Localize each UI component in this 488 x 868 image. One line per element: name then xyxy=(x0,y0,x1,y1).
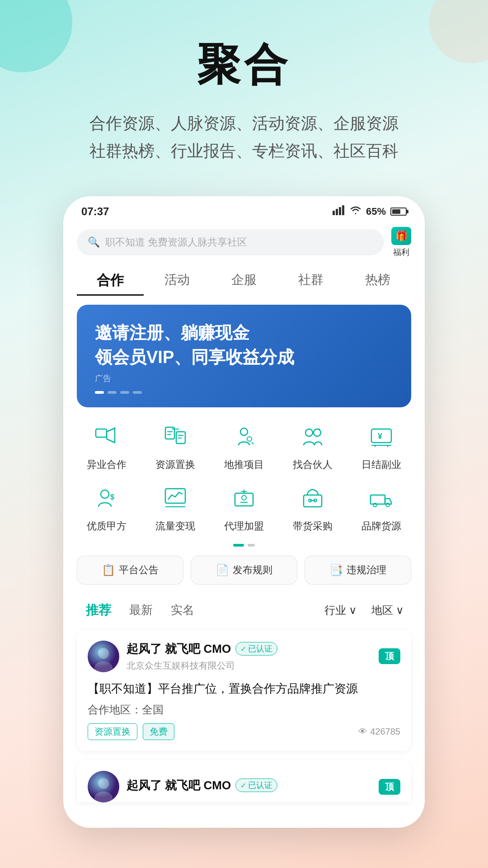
verified-badge: ✓ 已认证 xyxy=(235,642,277,656)
filter-verified[interactable]: 实名 xyxy=(162,599,203,622)
eye-icon: 👁 xyxy=(358,726,367,737)
governance-btn[interactable]: 📑 违规治理 xyxy=(305,556,411,585)
phone-mockup: 07:37 65% xyxy=(63,196,425,828)
platform-notice-btn[interactable]: 📋 平台公告 xyxy=(77,556,183,585)
banner-dot-1 xyxy=(95,391,104,394)
search-bar-row: 🔍 职不知道 免费资源人脉共享社区 🎁 福利 xyxy=(63,222,425,262)
view-number: 426785 xyxy=(370,726,400,737)
filter-industry-label: 行业 xyxy=(324,603,346,618)
icon-label-exchange: 资源置换 xyxy=(155,458,195,472)
hero-section: 聚合 合作资源、人脉资源、活动资源、企服资源 社群热榜、行业报告、专栏资讯、社区… xyxy=(0,0,488,183)
icon-item-franchise[interactable]: 代理加盟 xyxy=(217,482,271,533)
publish-rules-btn[interactable]: 📄 发布规则 xyxy=(191,556,297,585)
exchange-icon xyxy=(159,421,192,453)
svg-point-7 xyxy=(240,428,248,435)
icon-item-shop[interactable]: 带货采购 xyxy=(286,482,340,533)
icon-label-brand: 品牌货源 xyxy=(361,519,401,533)
svg-point-10 xyxy=(314,429,321,436)
post-header-2: 起风了 就飞吧 CMO ✓ 已认证 顶 xyxy=(88,771,400,802)
user-name-row: 起风了 就飞吧 CMO ✓ 已认证 xyxy=(127,641,371,657)
icon-item-exchange[interactable]: 资源置换 xyxy=(148,421,202,472)
user-name-row-2: 起风了 就飞吧 CMO ✓ 已认证 xyxy=(127,778,371,793)
chevron-down-icon-region: ∨ xyxy=(396,604,404,617)
notice-icon: 📋 xyxy=(102,564,115,576)
post-region: 合作地区：全国 xyxy=(88,703,400,717)
company-name: 北京众生互娱科技有限公司 xyxy=(127,660,371,672)
filter-recommended[interactable]: 推荐 xyxy=(77,598,120,623)
governance-label: 违规治理 xyxy=(347,563,386,577)
icon-label-vip: 优质甲方 xyxy=(87,519,127,533)
view-count: 👁 426785 xyxy=(358,726,400,737)
avatar-2 xyxy=(88,771,119,802)
user-info-2: 起风了 就飞吧 CMO ✓ 已认证 xyxy=(127,778,371,796)
svg-rect-2 xyxy=(339,207,341,215)
network-icon xyxy=(333,205,345,218)
icon-label-franchise: 代理加盟 xyxy=(224,519,264,533)
banner-line2: 领会员VIP、同享收益分成 xyxy=(95,345,393,369)
icon-item-traffic[interactable]: 流量变现 xyxy=(148,482,202,533)
icon-item-partner[interactable]: 找合伙人 xyxy=(286,421,340,472)
top-badge-2: 顶 xyxy=(379,779,400,795)
search-bar[interactable]: 🔍 职不知道 免费资源人脉共享社区 xyxy=(77,229,384,255)
post-card-2[interactable]: 起风了 就飞吧 CMO ✓ 已认证 顶 xyxy=(77,760,411,802)
svg-rect-0 xyxy=(333,211,335,215)
verified-label: 已认证 xyxy=(248,643,272,654)
banner-line1: 邀请注册、躺赚现金 xyxy=(95,321,393,345)
verified-badge-2: ✓ 已认证 xyxy=(235,778,277,792)
tag-exchange[interactable]: 资源置换 xyxy=(88,723,137,740)
share-icon xyxy=(90,421,123,453)
search-placeholder: 职不知道 免费资源人脉共享社区 xyxy=(105,236,247,249)
tab-enterprise[interactable]: 企服 xyxy=(211,267,277,296)
tab-activity[interactable]: 活动 xyxy=(144,267,211,296)
banner-ad-tag: 广告 xyxy=(95,373,393,384)
svg-point-8 xyxy=(247,437,252,441)
icon-label-shop: 带货采购 xyxy=(293,519,333,533)
governance-icon: 📑 xyxy=(329,564,343,576)
battery-label: 65% xyxy=(366,206,386,217)
shop-icon xyxy=(296,482,329,515)
welfare-button[interactable]: 🎁 福利 xyxy=(391,227,411,258)
status-time: 07:37 xyxy=(81,205,109,218)
svg-point-34 xyxy=(98,648,109,659)
icon-item-dipush[interactable]: 地推项目 xyxy=(217,421,271,472)
hero-desc-line1: 合作资源、人脉资源、活动资源、企服资源 xyxy=(27,109,461,137)
location-user-icon xyxy=(228,421,260,453)
welfare-label: 福利 xyxy=(393,247,409,258)
check-icon: ✓ xyxy=(240,645,246,653)
post-card-1[interactable]: 起风了 就飞吧 CMO ✓ 已认证 北京众生互娱科技有限公司 顶 【职不知道】平… xyxy=(77,630,411,751)
tab-hotlist[interactable]: 热榜 xyxy=(344,267,411,296)
icon-item-yiye[interactable]: 异业合作 xyxy=(80,421,134,472)
battery-icon xyxy=(390,208,407,216)
icon-label-yiye: 异业合作 xyxy=(87,458,127,472)
filter-industry-dropdown[interactable]: 行业 ∨ xyxy=(317,599,364,621)
status-bar: 07:37 65% xyxy=(63,196,425,222)
platform-notice-label: 平台公告 xyxy=(119,563,159,577)
icon-item-daily[interactable]: ¥ 日结副业 xyxy=(354,421,408,472)
tag-free[interactable]: 免费 xyxy=(143,723,174,740)
post-title: 【职不知道】平台推广位，置换合作方品牌推广资源 xyxy=(88,679,400,698)
hero-title: 聚合 xyxy=(27,36,461,95)
grid-dot-2 xyxy=(248,544,255,547)
tab-community[interactable]: 社群 xyxy=(277,267,344,296)
status-right: 65% xyxy=(333,205,407,218)
icon-item-vip[interactable]: $ 优质甲方 xyxy=(80,482,134,533)
rules-icon: 📄 xyxy=(216,564,229,576)
banner-dot-3 xyxy=(120,391,129,394)
svg-rect-30 xyxy=(371,495,385,504)
svg-point-17 xyxy=(101,490,109,498)
icon-label-partner: 找合伙人 xyxy=(293,458,333,472)
filter-latest[interactable]: 最新 xyxy=(120,599,162,622)
icon-item-brand[interactable]: 品牌货源 xyxy=(354,482,408,533)
partner-icon xyxy=(296,421,329,453)
filter-region-dropdown[interactable]: 地区 ∨ xyxy=(364,599,411,621)
chevron-down-icon-industry: ∨ xyxy=(349,604,357,617)
banner[interactable]: 邀请注册、躺赚现金 领会员VIP、同享收益分成 广告 xyxy=(77,305,411,407)
svg-point-37 xyxy=(98,778,109,789)
check-icon-2: ✓ xyxy=(240,781,246,790)
tab-cooperation[interactable]: 合作 xyxy=(77,267,144,296)
grid-dot-1 xyxy=(233,544,244,547)
post-tags: 资源置换 免费 👁 426785 xyxy=(88,723,400,740)
filter-tabs: 推荐 最新 实名 行业 ∨ 地区 ∨ xyxy=(63,594,425,630)
svg-rect-4 xyxy=(96,429,107,437)
post-header: 起风了 就飞吧 CMO ✓ 已认证 北京众生互娱科技有限公司 顶 xyxy=(88,641,400,672)
